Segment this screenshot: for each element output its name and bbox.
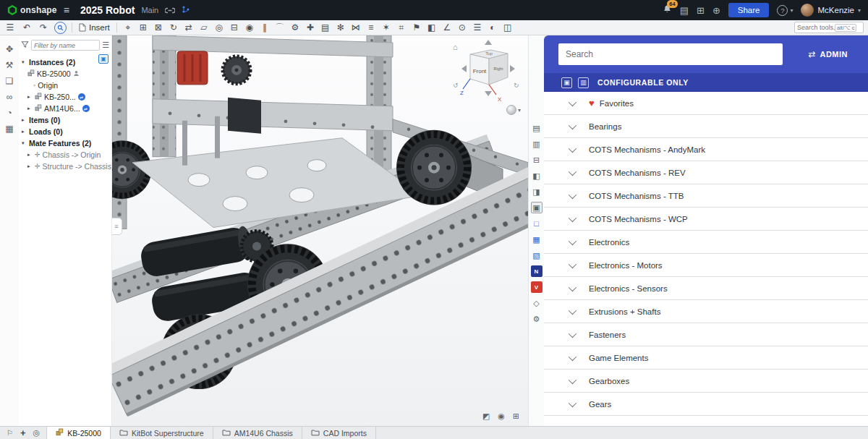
appearance-icon[interactable]: ◐	[487, 23, 498, 32]
undo-icon[interactable]: ↶	[21, 23, 33, 32]
filter-funnel-icon[interactable]	[21, 41, 29, 50]
planar-mate-icon[interactable]: ▱	[198, 23, 210, 32]
caret-collapsed-icon[interactable]: ▸	[22, 129, 27, 135]
appearance-tool-icon[interactable]: ◩	[482, 412, 490, 421]
3d-viewport[interactable]: ⌂ Top Front Right Z X ↺ ↻	[112, 35, 528, 426]
circular-pattern-icon[interactable]: ✻	[335, 23, 346, 32]
history-icon[interactable]: ◔	[7, 108, 12, 119]
display-panel-icon[interactable]: ◨	[531, 186, 542, 197]
category-row[interactable]: ♥ Electronics - Motors	[544, 254, 868, 277]
info-panel-icon[interactable]: ▤	[531, 122, 542, 134]
isolate-icon[interactable]: ▣	[98, 54, 109, 64]
revolute-mate-icon[interactable]: ↻	[168, 23, 179, 32]
screw-relation-icon[interactable]: ✚	[305, 23, 316, 32]
caret-expanded-icon[interactable]: ▾	[22, 59, 27, 65]
tab-am14u6-chassis[interactable]: AM14U6 Chassis	[213, 427, 302, 439]
tab-manager-icon[interactable]: ◎	[33, 428, 41, 438]
tree-item-subassembly-1[interactable]: ▸ KB-250... ⇄	[19, 91, 111, 103]
move-tool-icon[interactable]: ✥	[6, 44, 13, 55]
tables-icon[interactable]: ▦	[5, 124, 13, 135]
configurable-only-label[interactable]: CONFIGURABLE ONLY	[597, 78, 689, 87]
help-menu[interactable]: ? ▾	[777, 5, 793, 16]
tangent-relation-icon[interactable]: ⌒	[274, 23, 286, 32]
apps-grid-icon[interactable]: ⊞	[697, 6, 705, 15]
notes-panel-icon[interactable]: N	[531, 265, 542, 277]
linked-docs-icon[interactable]: ∞	[7, 92, 13, 103]
category-row[interactable]: ♥ Gearboxes	[544, 370, 868, 393]
tree-section-loads[interactable]: ▸ Loads (0)	[19, 126, 111, 137]
hamburger-menu-icon[interactable]: ≡	[64, 4, 69, 16]
appearance-panel-icon[interactable]: ◧	[531, 170, 542, 182]
display-mode-button[interactable]: ▾	[506, 105, 521, 115]
workspace-label[interactable]: Main	[141, 6, 158, 14]
feature-list-icon[interactable]: ☰	[4, 23, 16, 32]
notifications-bell-icon[interactable]: 64	[663, 4, 672, 17]
search-features-icon[interactable]	[54, 22, 67, 34]
tree-item-mate-2[interactable]: ▸ ✛ Structure -> Chassis	[19, 161, 111, 172]
mirror-icon[interactable]: ⋈	[350, 23, 362, 32]
category-row[interactable]: ♥ Electronics - Sensors	[544, 277, 868, 300]
mate-icon[interactable]: ⌖	[122, 23, 134, 32]
panel-splitter-handle[interactable]: ≡	[112, 218, 122, 235]
admin-button[interactable]: ⇄ ADMIN	[808, 49, 848, 59]
category-row[interactable]: ♥ COTS Mechanisms - AndyMark	[544, 138, 868, 161]
category-row[interactable]: ♥ COTS Mechanisms - TTB	[544, 184, 868, 208]
tree-section-mate-features[interactable]: ▾ Mate Features (2)	[19, 137, 111, 149]
caret-collapsed-icon[interactable]: ▸	[27, 94, 33, 100]
tools-icon[interactable]: ⚒	[6, 60, 14, 71]
comments-icon[interactable]: ❏	[6, 76, 14, 87]
cylindrical-mate-icon[interactable]: ◎	[213, 23, 225, 32]
group-icon[interactable]: ⊞	[137, 23, 149, 32]
slider-mate-icon[interactable]: ⇄	[183, 23, 195, 32]
category-row[interactable]: ♥ COTS Mechanisms - REV	[544, 161, 868, 184]
tree-item-root-assembly[interactable]: KB-25000	[19, 68, 111, 80]
ball-mate-icon[interactable]: ◉	[244, 23, 255, 32]
mass-properties-icon[interactable]: ⊙	[456, 23, 468, 32]
category-row[interactable]: ♥ Favorites	[544, 92, 868, 115]
feedback-icon[interactable]: ⚐	[7, 429, 13, 437]
named-positions-icon[interactable]: ⚑	[411, 23, 422, 32]
tree-item-subassembly-2[interactable]: ▸ AM14U6... ⇄	[19, 103, 111, 114]
caret-collapsed-icon[interactable]: ▸	[27, 163, 33, 169]
tree-list-icon[interactable]: ☰	[102, 41, 109, 50]
user-menu[interactable]: McKenzie ▾	[801, 4, 861, 17]
fastened-mate-icon[interactable]: ⊠	[153, 23, 164, 32]
camera-tool-icon[interactable]: ◉	[498, 412, 505, 421]
add-tab-button[interactable]: +	[20, 427, 26, 438]
measure-icon[interactable]: ∠	[441, 23, 453, 32]
insert-button[interactable]: Insert	[77, 23, 111, 32]
category-row[interactable]: ♥ COTS Mechanisms - WCP	[544, 208, 868, 231]
view-cube[interactable]: ⌂ Top Front Right Z X ↺ ↻	[450, 38, 522, 108]
parts-panel-icon[interactable]: ◇	[531, 297, 542, 309]
category-row[interactable]: ♥ Extrusions + Shafts	[544, 300, 868, 323]
linear-pattern-icon[interactable]: ▤	[320, 23, 331, 32]
grid-tool-icon[interactable]: ⊞	[513, 412, 519, 421]
filter-by-name-input[interactable]	[31, 40, 100, 51]
link-icon[interactable]	[165, 4, 175, 17]
book-icon[interactable]: ▥	[578, 77, 589, 88]
active-panel-icon[interactable]: ▣	[531, 202, 542, 213]
library-search-input[interactable]	[558, 43, 783, 65]
edit-panel-icon[interactable]: ▥	[531, 138, 542, 150]
tree-section-instances[interactable]: ▾ Instances (2)	[19, 56, 111, 68]
pin-slot-mate-icon[interactable]: ⊟	[229, 23, 240, 32]
tab-cad-imports[interactable]: CAD Imports	[302, 427, 376, 439]
help-center-icon[interactable]: ⊕	[712, 6, 720, 15]
tab-kitbot-superstructure[interactable]: KitBot Superstructure	[111, 427, 213, 439]
calendar-panel-icon[interactable]: ▧	[531, 250, 542, 261]
replicate-icon[interactable]: ≡	[365, 23, 377, 32]
tree-item-mate-1[interactable]: ▸ ✛ Chassis -> Origin	[19, 149, 111, 161]
snapshot-icon[interactable]: ⌗	[396, 23, 407, 32]
tab-kb-25000[interactable]: KB-25000	[46, 427, 111, 439]
onshape-logo[interactable]: onshape	[7, 5, 57, 15]
search-tools-box[interactable]: alt/⌥ c	[794, 22, 864, 33]
search-tools-input[interactable]	[797, 24, 835, 31]
display-states-icon[interactable]: ◫	[502, 23, 514, 32]
share-button[interactable]: Share	[728, 3, 770, 17]
tree-item-origin[interactable]: ◦ Origin	[19, 80, 111, 91]
category-row[interactable]: ♥ Game Elements	[544, 346, 868, 370]
vis-panel-icon[interactable]: V	[531, 281, 542, 293]
category-row[interactable]: ♥ Fasteners	[544, 323, 868, 346]
caret-collapsed-icon[interactable]: ▸	[27, 106, 33, 111]
category-row[interactable]: ♥ Electronics	[544, 231, 868, 254]
